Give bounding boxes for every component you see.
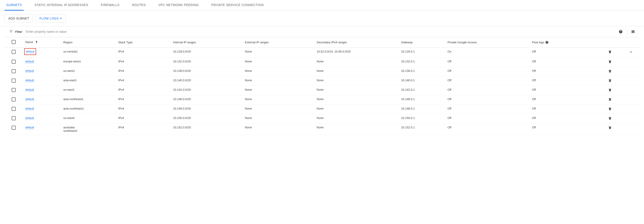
secondary-ip-value: None [317,126,354,129]
gateway-value: 10.148.0.1 [399,104,445,114]
sort-ascending-icon [35,40,38,44]
column-header-external[interactable]: External IP ranges [242,37,314,48]
expand-row-button[interactable] [629,52,633,55]
table-row: defaultus-west1IPv410.138.0.0/20NoneNone… [4,67,640,76]
stack-value: IPv4 [116,124,171,135]
subnet-name-link[interactable]: default [25,116,34,120]
subnet-name-link[interactable]: default [25,88,34,91]
column-selector-icon[interactable] [631,30,635,34]
column-header-gateway[interactable]: Gateway [399,37,445,48]
delete-button[interactable] [608,99,612,102]
row-checkbox[interactable] [12,107,16,111]
filter-input[interactable] [25,29,616,35]
internal-ip-value: 10.138.0.0/20 [171,67,243,76]
stack-value: IPv4 [116,48,171,57]
delete-button[interactable] [608,70,612,74]
internal-ip-value: 10.150.0.0/20 [171,114,243,124]
gateway-value: 10.142.0.1 [399,86,445,95]
tab-vpc-network-peering[interactable]: VPC NETWORK PEERING [156,0,201,11]
column-header-secondary[interactable]: Secondary IPv4 ranges [314,37,399,48]
table-row: defaultasia-east1IPv410.140.0.0/20NoneNo… [4,76,640,86]
dropdown-arrow-icon [60,18,62,19]
subnet-name-link[interactable]: default [25,126,34,129]
delete-button[interactable] [608,118,612,121]
stack-value: IPv4 [116,86,171,95]
internal-ip-value: 10.152.0.0/20 [171,124,243,135]
column-header-internal[interactable]: Internal IP ranges [171,37,243,48]
row-checkbox[interactable] [12,69,16,73]
help-icon[interactable] [619,30,623,34]
row-checkbox[interactable] [12,116,16,120]
column-header-name[interactable]: Name [23,37,61,48]
secondary-ip-value: None [317,69,354,72]
flow-value: Off [530,95,598,104]
filter-bar: Filter [0,26,644,37]
flow-value: Off [530,86,598,95]
subnet-name-link[interactable]: default [25,79,34,82]
table-row: defaultus-east4IPv410.150.0.0/20NoneNone… [4,114,640,124]
table-row: defaultasia-southeast1IPv410.148.0.0/20N… [4,104,640,114]
tab-firewalls[interactable]: FIREWALLS [99,0,121,11]
flow-value: Off [530,124,598,135]
row-checkbox[interactable] [12,60,16,64]
tab-routes[interactable]: ROUTES [130,0,148,11]
table-row: defaultus-east1IPv410.142.0.0/20NoneNone… [4,86,640,95]
secondary-ip-value: None [317,107,354,110]
delete-button[interactable] [608,127,612,130]
add-subnet-button[interactable]: ADD SUBNET [4,14,33,23]
pga-value: On [446,48,530,57]
stack-value: IPv4 [116,67,171,76]
subnet-name-link[interactable]: default [25,107,34,110]
flow-logs-dropdown-button[interactable]: FLOW LOGS [36,14,66,23]
delete-button[interactable] [608,61,612,64]
flow-value: Off [530,57,598,67]
flow-value: Off [530,67,598,76]
row-checkbox[interactable] [12,79,16,83]
secondary-ip-value: 10.52.0.0/14, 10.56.0.0/20 [317,50,354,53]
tab-bar: SUBNETS STATIC INTERNAL IP ADDRESSES FIR… [0,0,644,11]
column-header-flow[interactable]: Flow logs [530,37,598,48]
select-all-checkbox[interactable] [12,40,16,44]
delete-button[interactable] [608,51,612,55]
table-row: defaultus-central1IPv410.128.0.0/20None1… [4,48,640,57]
flow-value: Off [530,48,598,57]
stack-value: IPv4 [116,76,171,86]
stack-value: IPv4 [116,104,171,114]
secondary-ip-value: None [317,88,354,91]
secondary-ip-value: None [317,97,354,101]
region-value: asia-northeast1 [63,97,88,101]
pga-value: Off [446,124,530,135]
internal-ip-value: 10.128.0.0/20 [171,48,243,57]
flow-value: Off [530,104,598,114]
delete-button[interactable] [608,80,612,83]
external-ip-value: None [242,114,314,124]
column-header-pga[interactable]: Private Google Access [446,37,530,48]
delete-button[interactable] [608,108,612,111]
row-checkbox[interactable] [12,88,16,92]
region-value: us-central1 [63,50,88,53]
stack-value: IPv4 [116,57,171,67]
tab-static-internal-ip[interactable]: STATIC INTERNAL IP ADDRESSES [33,0,90,11]
subnet-name-link[interactable]: default [25,60,34,63]
row-checkbox[interactable] [12,126,16,130]
subnet-name-link[interactable]: default [25,69,34,73]
secondary-ip-value: None [317,116,354,120]
delete-button[interactable] [608,89,612,93]
internal-ip-value: 10.148.0.0/20 [171,104,243,114]
subnet-name-link[interactable]: default [25,97,34,101]
column-header-stack[interactable]: Stack Type [116,37,171,48]
tab-subnets[interactable]: SUBNETS [4,0,24,11]
row-checkbox[interactable] [12,50,16,54]
tab-private-service-connection[interactable]: PRIVATE SERVICE CONNECTION [210,0,266,11]
internal-ip-value: 10.146.0.0/20 [171,95,243,104]
gateway-value: 10.152.0.1 [399,124,445,135]
row-checkbox[interactable] [12,97,16,101]
column-header-region[interactable]: Region [61,37,116,48]
flow-logs-label: FLOW LOGS [40,17,59,20]
region-value: us-west1 [63,69,88,72]
subnet-name-link[interactable]: default [25,49,35,54]
filter-label: Filter [15,30,22,33]
help-icon[interactable] [545,41,548,44]
region-value: europe-west1 [63,60,88,63]
external-ip-value: None [242,48,314,57]
